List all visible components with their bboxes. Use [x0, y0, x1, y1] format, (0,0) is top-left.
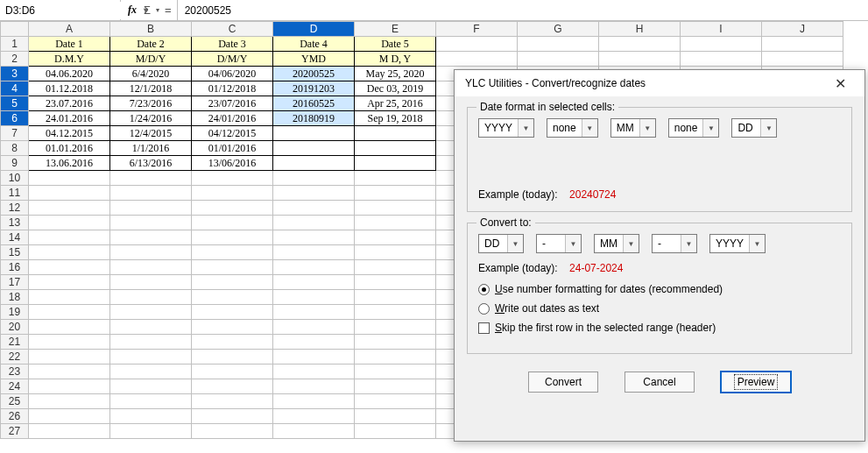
cell-B13[interactable]: [110, 216, 192, 230]
cell-D22[interactable]: [273, 350, 355, 365]
source-combo-4[interactable]: DD▼: [731, 118, 777, 138]
cell-C7[interactable]: 04/12/2015: [192, 126, 273, 141]
cell-D18[interactable]: [273, 290, 355, 305]
cell-B19[interactable]: [110, 305, 192, 320]
cell-C21[interactable]: [192, 335, 273, 350]
cell-C2[interactable]: D/M/Y: [192, 52, 273, 67]
col-header-G[interactable]: G: [518, 22, 599, 37]
preview-button[interactable]: Preview: [721, 372, 791, 393]
row-header-14[interactable]: 14: [1, 230, 29, 245]
cell-E22[interactable]: [355, 350, 436, 365]
cell-G2[interactable]: [518, 52, 599, 67]
row-header-15[interactable]: 15: [1, 245, 29, 260]
cell-E5[interactable]: Apr 25, 2016: [355, 96, 436, 111]
cell-A17[interactable]: [29, 275, 110, 290]
sigma-icon[interactable]: Σ: [142, 4, 152, 17]
cell-E27[interactable]: [355, 424, 436, 439]
cell-B14[interactable]: [110, 230, 192, 245]
cell-A20[interactable]: [29, 320, 110, 335]
cell-C13[interactable]: [192, 216, 273, 230]
cell-C4[interactable]: 01/12/2018: [192, 81, 273, 96]
cell-E13[interactable]: [355, 216, 436, 230]
row-header-25[interactable]: 25: [1, 394, 29, 409]
row-header-3[interactable]: 3: [1, 67, 29, 81]
cell-C12[interactable]: [192, 201, 273, 216]
cell-C19[interactable]: [192, 305, 273, 320]
cell-C27[interactable]: [192, 424, 273, 439]
cell-A2[interactable]: D.M.Y: [29, 52, 110, 67]
source-combo-2[interactable]: MM▼: [610, 118, 656, 138]
cell-A25[interactable]: [29, 394, 110, 409]
cell-E19[interactable]: [355, 305, 436, 320]
checkbox-skip-header[interactable]: Skip the first row in the selected range…: [478, 322, 841, 334]
cell-A1[interactable]: Date 1: [29, 37, 110, 52]
cell-D15[interactable]: [273, 245, 355, 260]
fx-button[interactable]: fx: [124, 4, 140, 17]
cell-B27[interactable]: [110, 424, 192, 439]
cell-E23[interactable]: [355, 365, 436, 379]
cell-B24[interactable]: [110, 379, 192, 394]
cell-B23[interactable]: [110, 365, 192, 379]
cell-E6[interactable]: Sep 19, 2018: [355, 111, 436, 126]
col-header-A[interactable]: A: [29, 22, 110, 37]
cell-D6[interactable]: 20180919: [273, 111, 355, 126]
cell-A21[interactable]: [29, 335, 110, 350]
cell-A3[interactable]: 04.06.2020: [29, 67, 110, 81]
cell-E17[interactable]: [355, 275, 436, 290]
cell-E18[interactable]: [355, 290, 436, 305]
convert-button[interactable]: Convert: [528, 372, 598, 393]
cell-E15[interactable]: [355, 245, 436, 260]
cell-D4[interactable]: 20191203: [273, 81, 355, 96]
cell-D27[interactable]: [273, 424, 355, 439]
col-header-C[interactable]: C: [192, 22, 273, 37]
row-header-12[interactable]: 12: [1, 201, 29, 216]
cell-E9[interactable]: [355, 156, 436, 171]
cell-E14[interactable]: [355, 230, 436, 245]
cell-D17[interactable]: [273, 275, 355, 290]
cell-C9[interactable]: 13/06/2016: [192, 156, 273, 171]
cell-C14[interactable]: [192, 230, 273, 245]
cell-B21[interactable]: [110, 335, 192, 350]
dialog-titlebar[interactable]: YLC Utilities - Convert/recognize dates …: [455, 70, 864, 96]
cell-A9[interactable]: 13.06.2016: [29, 156, 110, 171]
cell-E7[interactable]: [355, 126, 436, 141]
cell-H1[interactable]: [599, 37, 681, 52]
cell-A12[interactable]: [29, 201, 110, 216]
col-header-B[interactable]: B: [110, 22, 192, 37]
cell-C16[interactable]: [192, 260, 273, 275]
cell-C24[interactable]: [192, 379, 273, 394]
cell-A15[interactable]: [29, 245, 110, 260]
cell-E21[interactable]: [355, 335, 436, 350]
row-header-19[interactable]: 19: [1, 305, 29, 320]
cell-B3[interactable]: 6/4/2020: [110, 67, 192, 81]
cell-E12[interactable]: [355, 201, 436, 216]
cell-B6[interactable]: 1/24/2016: [110, 111, 192, 126]
cell-E24[interactable]: [355, 379, 436, 394]
cell-D20[interactable]: [273, 320, 355, 335]
cell-D13[interactable]: [273, 216, 355, 230]
cell-C6[interactable]: 24/01/2016: [192, 111, 273, 126]
cell-A5[interactable]: 23.07.2016: [29, 96, 110, 111]
row-header-10[interactable]: 10: [1, 171, 29, 186]
cell-A18[interactable]: [29, 290, 110, 305]
cell-C11[interactable]: [192, 186, 273, 201]
col-header-J[interactable]: J: [762, 22, 843, 37]
cell-A13[interactable]: [29, 216, 110, 230]
cell-D1[interactable]: Date 4: [273, 37, 355, 52]
cell-C1[interactable]: Date 3: [192, 37, 273, 52]
cell-A8[interactable]: 01.01.2016: [29, 141, 110, 156]
row-header-9[interactable]: 9: [1, 156, 29, 171]
target-combo-3[interactable]: -▼: [652, 234, 697, 253]
cell-C23[interactable]: [192, 365, 273, 379]
cell-D25[interactable]: [273, 394, 355, 409]
cell-A7[interactable]: 04.12.2015: [29, 126, 110, 141]
cell-A19[interactable]: [29, 305, 110, 320]
cell-B5[interactable]: 7/23/2016: [110, 96, 192, 111]
radio-number-formatting[interactable]: Use number formatting for dates (recomme…: [478, 283, 841, 295]
cell-B17[interactable]: [110, 275, 192, 290]
target-combo-4[interactable]: YYYY▼: [709, 234, 766, 253]
cell-B7[interactable]: 12/4/2015: [110, 126, 192, 141]
cell-D19[interactable]: [273, 305, 355, 320]
col-header-I[interactable]: I: [681, 22, 762, 37]
row-header-4[interactable]: 4: [1, 81, 29, 96]
